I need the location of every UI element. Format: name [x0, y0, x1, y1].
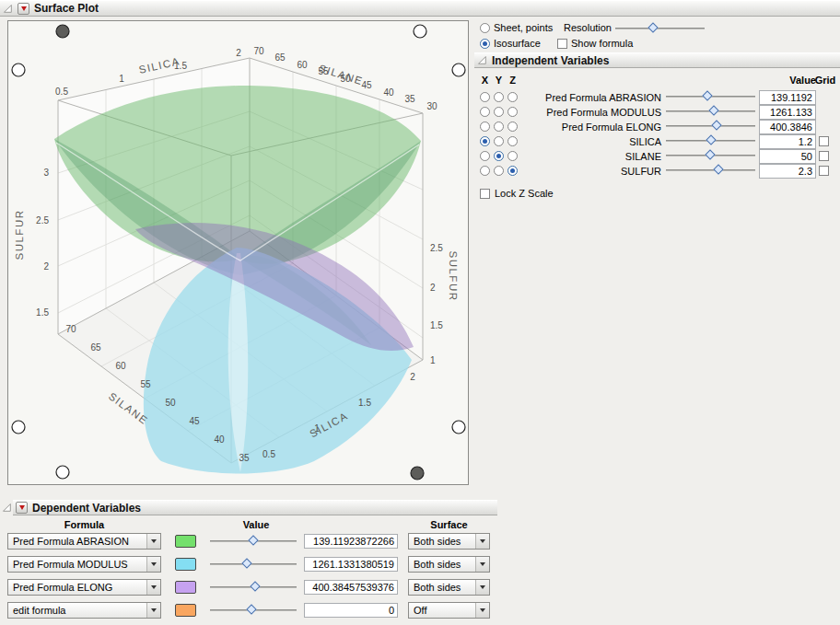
elong-value-field[interactable]: 400.3846 [759, 120, 816, 134]
modulus-value-field[interactable]: 1261.133 [759, 105, 816, 120]
chevron-down-icon[interactable] [475, 580, 489, 595]
chevron-down-icon[interactable] [146, 534, 160, 549]
abrasion-slider[interactable] [666, 92, 755, 101]
slider-thumb[interactable] [706, 134, 717, 145]
sulfur-y-radio[interactable] [494, 166, 504, 176]
formula-dropdown-abrasion[interactable]: Pred Formula ABRASION [7, 533, 161, 550]
abrasion-dep-slider[interactable] [210, 537, 297, 546]
lock-z-scale-checkbox[interactable] [480, 189, 490, 199]
silica-value-field[interactable]: 1.2 [759, 134, 816, 149]
modulus-dep-value-field[interactable]: 1261.1331380519 [304, 557, 398, 572]
slider-thumb[interactable] [242, 558, 252, 568]
surface-dropdown-abrasion[interactable]: Both sides [408, 533, 490, 550]
isosurface-radio[interactable] [480, 39, 490, 49]
elong-color-swatch[interactable] [175, 581, 196, 594]
abrasion-value-field[interactable]: 139.1192 [759, 90, 816, 105]
handle-bottom-left[interactable] [56, 466, 69, 479]
abrasion-color-swatch[interactable] [175, 535, 196, 548]
slider-thumb[interactable] [712, 120, 722, 130]
silane-x-radio[interactable] [480, 151, 490, 161]
formula-dropdown-edit[interactable]: edit formula [7, 602, 161, 619]
handle-top-left[interactable] [56, 25, 69, 38]
handle-left-lower[interactable] [12, 421, 25, 434]
surface-dropdown-modulus[interactable]: Both sides [408, 556, 490, 573]
surface-plot-panel[interactable]: 0.5 1 1.5 2 70 65 60 55 50 45 40 35 30 3… [7, 20, 469, 485]
handle-bottom-right[interactable] [411, 467, 424, 480]
slider-thumb[interactable] [709, 105, 719, 115]
surface-dropdown-elong[interactable]: Both sides [408, 579, 490, 596]
elong-row-label: Pred Formula ELONG [514, 121, 661, 133]
show-formula-checkbox[interactable] [557, 39, 567, 49]
disclosure-triangle-icon[interactable] [3, 4, 13, 14]
svg-text:35: 35 [404, 94, 415, 104]
disclosure-triangle-icon[interactable] [477, 55, 487, 65]
chevron-down-icon[interactable] [146, 603, 160, 618]
silane-y-radio[interactable] [494, 151, 504, 161]
elong-slider[interactable] [666, 122, 755, 131]
slider-thumb[interactable] [705, 149, 715, 159]
elong-dep-value-field[interactable]: 400.38457539376 [304, 580, 398, 595]
slider-thumb[interactable] [246, 604, 256, 614]
modulus-row-label: Pred Formula MODULUS [514, 106, 661, 119]
red-triangle-menu-button[interactable] [18, 3, 29, 15]
surface-plot-scene[interactable]: 0.5 1 1.5 2 70 65 60 55 50 45 40 35 30 3… [8, 21, 468, 484]
svg-text:2.5: 2.5 [36, 215, 49, 226]
chevron-down-icon[interactable] [146, 557, 160, 572]
dependent-variables-title: Dependent Variables [32, 502, 141, 515]
sulfur-grid-checkbox[interactable] [819, 166, 829, 176]
red-triangle-menu-button[interactable] [16, 502, 28, 514]
edit-color-swatch[interactable] [175, 604, 196, 617]
disclosure-triangle-icon[interactable] [2, 503, 12, 513]
sulfur-x-radio[interactable] [480, 166, 490, 176]
svg-text:2: 2 [430, 283, 436, 293]
slider-thumb[interactable] [648, 22, 658, 32]
abrasion-y-radio[interactable] [494, 92, 504, 102]
slider-groove [210, 563, 297, 565]
slider-thumb[interactable] [248, 535, 258, 545]
modulus-color-swatch[interactable] [175, 558, 196, 571]
silica-slider[interactable] [666, 136, 755, 145]
chevron-down-icon[interactable] [475, 557, 489, 572]
sheet-points-radio[interactable] [480, 23, 490, 33]
silane-slider[interactable] [666, 151, 755, 160]
formula-dropdown-elong[interactable]: Pred Formula ELONG [7, 579, 161, 596]
chevron-down-icon[interactable] [146, 580, 160, 595]
svg-text:0.5: 0.5 [262, 449, 275, 459]
edit-dep-slider[interactable] [210, 606, 297, 615]
surface-dropdown-edit[interactable]: Off [408, 602, 490, 619]
modulus-x-radio[interactable] [480, 107, 490, 117]
silane-value-field[interactable]: 50 [759, 149, 816, 164]
elong-dep-slider[interactable] [210, 583, 297, 592]
resolution-slider[interactable] [615, 24, 705, 33]
handle-top-right[interactable] [414, 25, 426, 38]
edit-dep-value-field[interactable]: 0 [304, 603, 398, 618]
elong-x-radio[interactable] [480, 122, 490, 132]
handle-left-upper[interactable] [12, 64, 25, 76]
formula-dropdown-modulus[interactable]: Pred Formula MODULUS [7, 556, 161, 573]
svg-text:35: 35 [239, 453, 250, 463]
chevron-down-icon[interactable] [475, 534, 489, 549]
sulfur-value-field[interactable]: 2.3 [759, 164, 816, 179]
silica-x-radio[interactable] [480, 136, 490, 146]
abrasion-dep-value-field[interactable]: 139.11923872266 [304, 534, 398, 549]
dependent-variables-header: Dependent Variables [13, 500, 497, 515]
independent-variables-title: Independent Variables [492, 54, 609, 67]
silane-row-label: SILANE [514, 150, 661, 163]
modulus-dep-slider[interactable] [210, 560, 297, 569]
abrasion-x-radio[interactable] [480, 92, 490, 102]
elong-y-radio[interactable] [494, 122, 504, 132]
chevron-down-icon[interactable] [475, 603, 489, 618]
modulus-slider[interactable] [666, 107, 755, 116]
grid-column-header: Grid [814, 74, 836, 87]
show-formula-label: Show formula [571, 37, 633, 50]
silica-grid-checkbox[interactable] [819, 136, 829, 146]
silane-grid-checkbox[interactable] [819, 151, 829, 161]
sulfur-slider[interactable] [666, 166, 755, 175]
handle-right-upper[interactable] [452, 64, 465, 76]
handle-right-lower[interactable] [452, 421, 465, 434]
slider-thumb[interactable] [250, 581, 260, 591]
modulus-y-radio[interactable] [494, 107, 504, 117]
slider-thumb[interactable] [702, 90, 712, 100]
silica-y-radio[interactable] [494, 136, 504, 146]
slider-thumb[interactable] [714, 164, 724, 174]
